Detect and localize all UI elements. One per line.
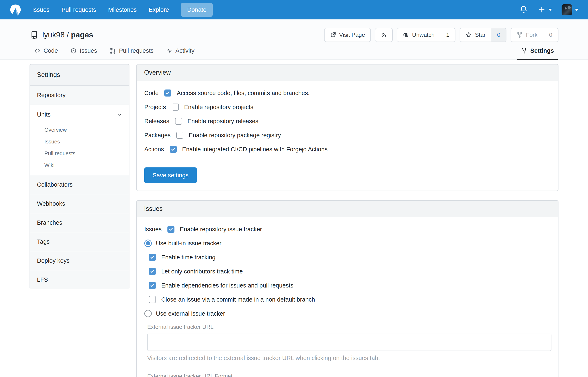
- settings-wrench-icon: [521, 47, 528, 54]
- issues-enable-row: Issues Enable repository issue tracker: [144, 225, 550, 233]
- unit-label: Issues: [144, 226, 162, 233]
- unit-label: Releases: [144, 118, 169, 125]
- top-navbar: Issues Pull requests Milestones Explore …: [0, 0, 588, 19]
- unit-row-actions: Actions Enable integrated CI/CD pipeline…: [144, 145, 550, 153]
- chevron-down-icon: [548, 9, 552, 11]
- repo-name-link[interactable]: pages: [71, 31, 93, 39]
- sidebar-item-units[interactable]: Units: [30, 105, 129, 124]
- overview-panel-body: Code Access source code, files, commits …: [137, 81, 558, 190]
- projects-checkbox[interactable]: [172, 104, 179, 111]
- packages-checkbox[interactable]: [176, 132, 183, 139]
- repo-actions: Visit Page: [324, 28, 558, 42]
- issues-panel-body: Issues Enable repository issue tracker U…: [137, 217, 558, 377]
- nav-item-milestones[interactable]: Milestones: [108, 6, 137, 13]
- sidebar-item-lfs[interactable]: LFS: [30, 270, 129, 289]
- tab-issues[interactable]: Issues: [66, 47, 101, 59]
- tab-activity[interactable]: Activity: [161, 47, 199, 59]
- watch-count[interactable]: 1: [440, 28, 455, 42]
- star-count[interactable]: 0: [491, 28, 506, 42]
- tab-code[interactable]: Code: [30, 47, 62, 59]
- user-avatar: [562, 4, 572, 15]
- donate-button[interactable]: Donate: [181, 3, 213, 17]
- unwatch-button[interactable]: Unwatch 1: [397, 28, 456, 42]
- repo-book-icon: [30, 31, 38, 39]
- option-label: Enable dependencies for issues and pull …: [161, 282, 293, 289]
- nav-item-pull-requests[interactable]: Pull requests: [62, 6, 96, 13]
- tab-settings[interactable]: Settings: [516, 47, 558, 59]
- rss-button[interactable]: [375, 28, 393, 42]
- divider: [144, 161, 550, 161]
- repo-header: lyuk98/pages Visit Page: [0, 19, 588, 60]
- sidebar-item-collaborators[interactable]: Collaborators: [30, 175, 129, 194]
- unit-row-projects: Projects Enable repository projects: [144, 103, 550, 111]
- repo-title-row: lyuk98/pages Visit Page: [0, 19, 588, 42]
- close-issue-non-default-checkbox[interactable]: [149, 296, 156, 303]
- contributors-track-time-checkbox[interactable]: [149, 268, 156, 275]
- nav-item-explore[interactable]: Explore: [149, 6, 169, 13]
- actions-checkbox[interactable]: [170, 146, 177, 153]
- unit-description: Enable repository projects: [184, 104, 253, 111]
- unit-row-packages: Packages Enable repository package regis…: [144, 131, 550, 139]
- forgejo-logo-icon[interactable]: [10, 4, 22, 16]
- sidebar-item-tags[interactable]: Tags: [30, 232, 129, 251]
- unit-label: Packages: [144, 132, 171, 139]
- sidebar-subitem-issues[interactable]: Issues: [30, 136, 129, 148]
- external-url-input[interactable]: [147, 334, 552, 351]
- external-url-label: External issue tracker URL: [147, 324, 550, 330]
- sidebar-subitem-overview[interactable]: Overview: [30, 124, 129, 136]
- unit-description: Access source code, files, commits and b…: [177, 90, 310, 96]
- issues-panel-title: Issues: [137, 201, 558, 217]
- settings-main: Overview Code Access source code, files,…: [136, 64, 558, 377]
- sidebar-item-repository[interactable]: Repository: [30, 86, 129, 105]
- external-tracker-radio-row: Use external issue tracker: [144, 310, 550, 317]
- navbar-right: [519, 4, 578, 15]
- save-settings-button[interactable]: Save settings: [144, 167, 197, 183]
- sidebar-units-children: Overview Issues Pull requests Wiki: [30, 124, 129, 175]
- unit-row-releases: Releases Enable repository releases: [144, 118, 550, 125]
- issue-tracker-checkbox[interactable]: [167, 226, 175, 233]
- page: Issues Pull requests Milestones Explore …: [0, 0, 588, 377]
- unit-label: Code: [144, 90, 159, 96]
- external-link-icon: [330, 32, 336, 38]
- overview-panel-title: Overview: [137, 64, 558, 81]
- builtin-tracker-radio-row: Use built-in issue tracker: [144, 240, 550, 247]
- create-new-dropdown[interactable]: [538, 6, 552, 14]
- external-tracker-radio[interactable]: [144, 310, 152, 317]
- sidebar-item-deploy-keys[interactable]: Deploy keys: [30, 251, 129, 270]
- repo-owner-link[interactable]: lyuk98: [42, 31, 65, 39]
- git-pull-request-icon: [110, 47, 116, 54]
- dependencies-checkbox[interactable]: [149, 282, 156, 289]
- star-button[interactable]: Star 0: [460, 28, 506, 42]
- external-url-help: Visitors are redirected to the external …: [147, 355, 550, 362]
- fork-count[interactable]: 0: [543, 28, 558, 42]
- option-row-contributors-track-time: Let only contributors track time: [149, 268, 550, 275]
- user-menu[interactable]: [562, 4, 578, 15]
- overview-panel: Overview Code Access source code, files,…: [136, 64, 558, 191]
- rss-icon: [381, 32, 387, 38]
- sidebar-item-branches[interactable]: Branches: [30, 213, 129, 232]
- visit-page-button[interactable]: Visit Page: [324, 28, 371, 42]
- tab-pull-requests[interactable]: Pull requests: [105, 47, 158, 59]
- code-checkbox[interactable]: [164, 90, 171, 96]
- content-area: Settings Repository Units Overview Issue…: [0, 60, 588, 377]
- sidebar-subitem-pull-requests[interactable]: Pull requests: [30, 148, 129, 159]
- releases-checkbox[interactable]: [175, 118, 182, 125]
- unit-row-code: Code Access source code, files, commits …: [144, 89, 550, 97]
- sidebar-title: Settings: [30, 64, 129, 86]
- sidebar-subitem-wiki[interactable]: Wiki: [30, 159, 129, 171]
- issue-circle-icon: [70, 47, 77, 54]
- sidebar-item-webhooks[interactable]: Webhooks: [30, 194, 129, 213]
- sidebar-group-units: Units Overview Issues Pull requests Wiki: [30, 105, 129, 175]
- option-label: Let only contributors track time: [161, 268, 243, 275]
- nav-item-issues[interactable]: Issues: [32, 6, 50, 13]
- repo-tabs: Code Issues Pull requests: [0, 42, 588, 59]
- time-tracking-checkbox[interactable]: [149, 254, 156, 261]
- code-icon: [34, 47, 41, 54]
- external-url-format-label: External issue tracker URL Format: [147, 373, 550, 377]
- activity-pulse-icon: [166, 47, 173, 54]
- builtin-tracker-radio[interactable]: [144, 240, 152, 247]
- option-row-dependencies: Enable dependencies for issues and pull …: [149, 282, 550, 289]
- fork-button[interactable]: Fork 0: [510, 28, 558, 42]
- nav-links: Issues Pull requests Milestones Explore …: [32, 3, 213, 17]
- notifications-bell-icon[interactable]: [519, 5, 528, 14]
